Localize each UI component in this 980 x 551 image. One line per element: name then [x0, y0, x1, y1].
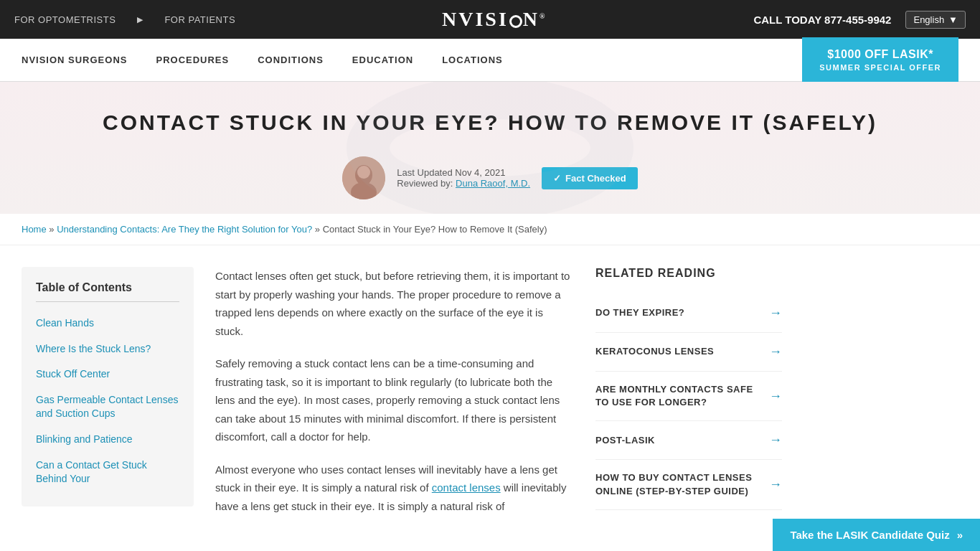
related-item-2[interactable]: ARE MONTHLY CONTACTS SAFE TO USE FOR LON…: [595, 372, 782, 421]
for-patients-link[interactable]: FOR PATIENTS: [164, 14, 235, 25]
related-item-label-3: POST-LASIK: [595, 434, 655, 447]
top-bar: FOR OPTOMETRISTS ▶ FOR PATIENTS NVISIN® …: [0, 0, 980, 39]
related-item-3[interactable]: POST-LASIK →: [595, 421, 782, 460]
related-reading: RELATED READING DO THEY EXPIRE? → KERATO…: [595, 267, 782, 529]
related-item-4[interactable]: HOW TO BUY CONTACT LENSES ONLINE (STEP-B…: [595, 460, 782, 509]
arrow-icon-4: →: [769, 477, 782, 492]
arrow-icon-3: →: [769, 433, 782, 448]
related-item-label-4: HOW TO BUY CONTACT LENSES ONLINE (STEP-B…: [595, 471, 769, 497]
for-optometrists-link[interactable]: FOR OPTOMETRISTS: [14, 14, 116, 25]
nav-item-conditions[interactable]: CONDITIONS: [258, 55, 324, 65]
cta-line1: $1000 OFF LASIK*: [819, 47, 941, 62]
related-item-label-2: ARE MONTHLY CONTACTS SAFE TO USE FOR LON…: [595, 383, 769, 409]
article-paragraph-2: Safely removing a stuck contact lens can…: [215, 354, 574, 446]
arrow-icon: ▶: [137, 15, 143, 24]
arrow-icon-1: →: [769, 344, 782, 359]
toc-item-where-is-stuck[interactable]: Where Is the Stuck Lens?: [36, 336, 179, 362]
language-selector[interactable]: English ▼: [905, 11, 966, 29]
related-item-label-0: DO THEY EXPIRE?: [595, 306, 684, 319]
related-item-0[interactable]: DO THEY EXPIRE? →: [595, 294, 782, 333]
nav-item-procedures[interactable]: PROCEDURES: [156, 55, 229, 65]
toc-item-gas-permeable[interactable]: Gas Permeable Contact Lenses and Suction…: [36, 387, 179, 427]
bottom-cta-button[interactable]: Take the LASIK Candidate Quiz »: [773, 519, 980, 551]
article: Contact lenses often get stuck, but befo…: [215, 267, 574, 529]
breadcrumb-link2[interactable]: Understanding Contacts: Are They the Rig…: [57, 224, 312, 235]
toc-item-blinking[interactable]: Blinking and Patience: [36, 427, 179, 453]
arrow-icon-2: →: [769, 389, 782, 404]
contact-lenses-link[interactable]: contact lenses: [432, 481, 501, 494]
article-paragraph-1: Contact lenses often get stuck, but befo…: [215, 267, 574, 340]
arrow-icon-0: →: [769, 306, 782, 321]
hero-bg-decoration: [347, 82, 633, 214]
nav-item-surgeons[interactable]: NVISION SURGEONS: [22, 55, 127, 65]
toc-item-clean-hands[interactable]: Clean Hands: [36, 311, 179, 336]
nav-cta-button[interactable]: $1000 OFF LASIK* SUMMER SPECIAL OFFER: [802, 37, 958, 83]
main-layout: Table of Contents Clean Hands Where Is t…: [0, 245, 980, 551]
nav-item-education[interactable]: EDUCATION: [352, 55, 413, 65]
breadcrumb: Home » Understanding Contacts: Are They …: [0, 214, 980, 245]
toc-item-stuck-off-center[interactable]: Stuck Off Center: [36, 362, 179, 387]
cta-line2: SUMMER SPECIAL OFFER: [819, 62, 941, 72]
site-logo[interactable]: NVISIN®: [442, 8, 547, 31]
language-label: English: [913, 14, 944, 25]
breadcrumb-current: Contact Stuck in Your Eye? How to Remove…: [323, 224, 547, 235]
chevron-down-icon: ▼: [948, 14, 958, 25]
toc-item-stuck-behind[interactable]: Can a Contact Get Stuck Behind Your: [36, 453, 179, 492]
phone-label: CALL TODAY 877-455-9942: [753, 14, 891, 26]
breadcrumb-home[interactable]: Home: [22, 224, 47, 235]
nav-item-locations[interactable]: LOCATIONS: [442, 55, 503, 65]
related-item-1[interactable]: KERATOCONUS LENSES →: [595, 333, 782, 372]
top-bar-right: CALL TODAY 877-455-9942 English ▼: [753, 11, 966, 29]
toc-title: Table of Contents: [36, 281, 179, 302]
bottom-cta-arrow: »: [957, 529, 963, 541]
hero-section: CONTACT STUCK IN YOUR EYE? HOW TO REMOVE…: [0, 82, 980, 214]
bottom-cta-label: Take the LASIK Candidate Quiz: [790, 529, 949, 541]
top-bar-left: FOR OPTOMETRISTS ▶ FOR PATIENTS: [14, 14, 235, 25]
article-paragraph-3: Almost everyone who uses contact lenses …: [215, 461, 574, 516]
related-title: RELATED READING: [595, 267, 782, 280]
nav-bar: NVISION SURGEONS PROCEDURES CONDITIONS E…: [0, 39, 980, 82]
related-item-label-1: KERATOCONUS LENSES: [595, 345, 714, 358]
table-of-contents: Table of Contents Clean Hands Where Is t…: [22, 267, 194, 507]
nav-items: NVISION SURGEONS PROCEDURES CONDITIONS E…: [22, 55, 802, 65]
